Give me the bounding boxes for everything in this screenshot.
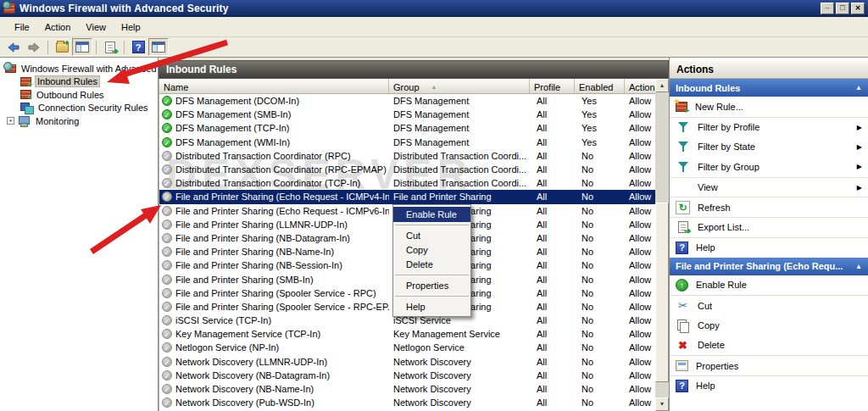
actions-section-selected-rule[interactable]: File and Printer Sharing (Echo Requ... ▲ — [670, 258, 868, 275]
table-row[interactable]: Network Discovery (LLMNR-UDP-In) Network… — [159, 355, 655, 369]
action-delete[interactable]: Delete — [670, 336, 868, 356]
sort-ascending-icon: ▲ — [431, 84, 437, 90]
toolbar-separator — [124, 41, 125, 54]
collapse-chevron-icon[interactable]: ▲ — [855, 84, 862, 92]
column-header-enabled[interactable]: Enabled — [575, 79, 625, 93]
cut-icon — [676, 299, 690, 313]
scroll-down-button[interactable] — [655, 397, 669, 411]
action-view[interactable]: View ▶ — [670, 177, 868, 197]
table-row[interactable]: DFS Management (SMB-In) DFS Management A… — [159, 108, 655, 121]
tree-node-outbound-rules[interactable]: Outbound Rules — [0, 88, 158, 102]
console-tree-pane: Windows Firewall with Advanced S Inbound… — [0, 58, 159, 411]
table-row[interactable]: Network Discovery (NB-Datagram-In) Netwo… — [159, 369, 655, 382]
menu-file[interactable]: File — [7, 20, 37, 34]
table-row[interactable]: Distributed Transaction Coordinator (TCP… — [159, 176, 655, 190]
context-menu-properties[interactable]: Properties — [393, 279, 470, 293]
table-row[interactable]: Netlogon Service (NP-In) Netlogon Servic… — [159, 341, 655, 354]
context-menu-copy[interactable]: Copy — [393, 243, 470, 258]
table-row[interactable]: DFS Management (DCOM-In) DFS Management … — [159, 94, 655, 108]
action-refresh[interactable]: Refresh — [670, 197, 868, 217]
actions-section-inbound-rules[interactable]: Inbound Rules ▲ — [670, 79, 868, 97]
rule-action: Allow — [625, 123, 655, 133]
copy-icon — [676, 319, 690, 332]
table-row[interactable]: DFS Management (TCP-In) DFS Management A… — [159, 121, 655, 135]
tree-node-monitoring[interactable]: Monitoring — [0, 114, 158, 128]
menu-view[interactable]: View — [78, 20, 114, 34]
column-header-name[interactable]: Name — [159, 79, 389, 93]
enable-rule-icon — [676, 279, 688, 292]
rule-profile: All — [530, 151, 575, 161]
back-button[interactable] — [3, 38, 24, 56]
rule-name: File and Printer Sharing (NB-Datagram-In… — [175, 233, 350, 243]
context-menu-cut[interactable]: Cut — [393, 229, 470, 243]
rule-profile: All — [530, 219, 575, 230]
column-header-profile[interactable]: Profile — [530, 79, 575, 93]
rule-name: File and Printer Sharing (Spooler Servic… — [175, 288, 376, 298]
table-row[interactable]: Network Discovery (Pub-WSD-In) Network D… — [159, 396, 655, 409]
export-list-button[interactable] — [100, 38, 120, 56]
action-export-list[interactable]: Export List... — [670, 217, 868, 237]
console-tree-icon — [75, 42, 89, 53]
forward-button[interactable] — [24, 38, 44, 56]
rule-action: Allow — [625, 342, 655, 353]
rule-group: Network Discovery — [389, 384, 530, 394]
context-menu-help[interactable]: Help — [393, 300, 470, 314]
context-menu-delete[interactable]: Delete — [393, 258, 470, 272]
rule-state-icon — [162, 247, 172, 257]
column-header-action[interactable]: Action — [625, 79, 655, 93]
help-icon: ? — [132, 41, 145, 53]
action-help-rule[interactable]: Help — [670, 375, 868, 396]
scrollbar-thumb[interactable] — [655, 203, 669, 382]
submenu-arrow-icon: ▶ — [857, 184, 862, 192]
column-header-group[interactable]: Group ▲ — [389, 79, 530, 93]
tree-node-root[interactable]: Windows Firewall with Advanced S — [0, 62, 158, 75]
table-row[interactable]: Distributed Transaction Coordinator (RPC… — [159, 149, 655, 163]
rule-enabled: No — [575, 219, 625, 230]
rule-profile: All — [530, 109, 575, 119]
rule-profile: All — [530, 370, 575, 380]
table-row[interactable]: File and Printer Sharing (Echo Request -… — [159, 190, 655, 203]
show-console-tree-button[interactable] — [72, 38, 92, 56]
collapse-chevron-icon[interactable]: ▲ — [855, 263, 862, 270]
scroll-up-button[interactable] — [655, 79, 669, 92]
vertical-scrollbar[interactable] — [655, 79, 669, 411]
up-one-level-button[interactable] — [52, 38, 72, 56]
maximize-button[interactable] — [836, 3, 849, 14]
rule-name: Distributed Transaction Coordinator (RPC… — [175, 164, 387, 175]
action-cut[interactable]: Cut — [670, 295, 868, 315]
action-help[interactable]: Help — [670, 237, 868, 258]
rule-action: Allow — [625, 260, 655, 270]
close-button[interactable] — [851, 3, 865, 14]
rule-profile: All — [530, 357, 575, 367]
menu-help[interactable]: Help — [114, 20, 148, 34]
rule-profile: All — [530, 302, 575, 312]
action-filter-by-profile[interactable]: Filter by Profile ▶ — [670, 117, 868, 137]
rule-action: Allow — [625, 164, 655, 175]
rule-profile: All — [530, 397, 575, 408]
tree-node-connection-security-rules[interactable]: Connection Security Rules — [0, 102, 158, 115]
tree-node-inbound-rules[interactable]: Inbound Rules — [0, 75, 158, 89]
title-bar: Windows Firewall with Advanced Security — [0, 0, 868, 17]
export-list-icon — [676, 220, 690, 234]
expand-plus-icon[interactable] — [7, 117, 14, 125]
rule-name: Distributed Transaction Coordinator (TCP… — [175, 178, 360, 188]
rule-profile: All — [530, 192, 575, 202]
table-row[interactable]: Network Discovery (NB-Name-In) Network D… — [159, 382, 655, 396]
table-row[interactable]: Distributed Transaction Coordinator (RPC… — [159, 163, 655, 176]
show-action-pane-button[interactable] — [148, 38, 169, 56]
menu-action[interactable]: Action — [37, 20, 79, 34]
rule-enabled: No — [575, 247, 625, 257]
action-new-rule[interactable]: New Rule... — [670, 97, 868, 117]
action-enable-rule[interactable]: Enable Rule — [670, 275, 868, 296]
minimize-button[interactable] — [821, 3, 834, 14]
table-row[interactable]: DFS Management (WMI-In) DFS Management A… — [159, 136, 655, 149]
action-properties[interactable]: Properties — [670, 355, 868, 375]
action-filter-by-group[interactable]: Filter by Group ▶ — [670, 157, 868, 177]
action-filter-by-state[interactable]: Filter by State ▶ — [670, 136, 868, 157]
rule-state-icon — [162, 329, 172, 339]
table-row[interactable]: Key Management Service (TCP-In) Key Mana… — [159, 327, 655, 341]
help-button[interactable]: ? — [128, 38, 148, 56]
context-menu-enable-rule[interactable]: Enable Rule — [393, 207, 470, 222]
action-copy[interactable]: Copy — [670, 315, 868, 336]
rule-state-icon — [162, 384, 172, 394]
